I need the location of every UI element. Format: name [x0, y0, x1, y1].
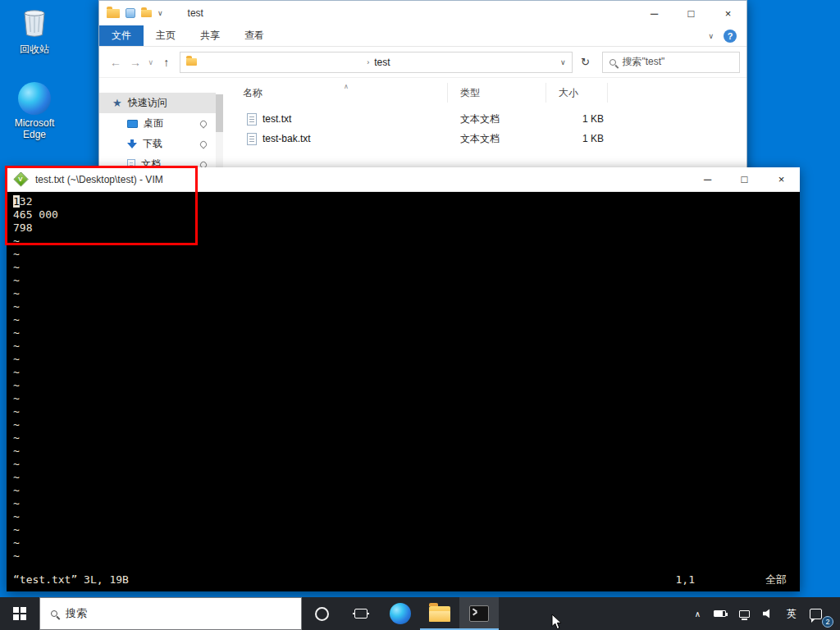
sort-ascending-icon: ∧	[344, 83, 349, 90]
windows-logo-icon	[13, 607, 26, 620]
network-status[interactable]	[733, 597, 756, 630]
taskbar-search-label: 搜索	[66, 606, 87, 621]
vim-tilde-line: ~	[13, 497, 800, 510]
explorer-window-controls: ─ □ ×	[636, 1, 746, 25]
task-view-button[interactable]	[341, 597, 381, 630]
column-header-size[interactable]: 大小	[546, 83, 608, 103]
vim-tilde-line: ~	[13, 510, 800, 523]
taskbar-terminal-button[interactable]	[459, 597, 499, 630]
battery-status[interactable]	[707, 597, 733, 630]
edge-icon	[18, 82, 51, 115]
system-tray: ∧ 英 2	[688, 597, 840, 630]
ribbon-tab-view[interactable]: 查看	[232, 25, 276, 46]
vim-terminal[interactable]: 132465 000798~~~~~~~~~~~~~~~~~~~~~~~~~ “…	[7, 192, 800, 591]
recycle-bin-label: 回收站	[7, 43, 62, 55]
vim-tilde-line: ~	[13, 445, 800, 458]
language-indicator[interactable]: 英	[780, 597, 803, 630]
file-explorer-icon	[429, 606, 450, 622]
vim-tilde-line: ~	[13, 550, 800, 563]
vim-tilde-line: ~	[13, 248, 800, 261]
file-row-test-bak-txt[interactable]: test-bak.txt 文本文档 1 KB	[231, 129, 708, 148]
nav-up-button[interactable]: ↑	[157, 56, 176, 69]
file-name: test-bak.txt	[262, 133, 311, 144]
refresh-button[interactable]: ↻	[575, 52, 596, 73]
sidebar-item-downloads[interactable]: 下载	[99, 134, 216, 154]
explorer-window-title: test	[188, 7, 203, 19]
start-button[interactable]	[0, 597, 39, 630]
vim-app-icon: V	[13, 171, 28, 186]
vim-block-cursor: 1	[13, 195, 20, 208]
scrollbar-thumb[interactable]	[216, 94, 223, 132]
file-size: 1 KB	[546, 113, 608, 125]
qat-new-folder-icon[interactable]	[141, 10, 152, 17]
text-file-icon	[247, 113, 257, 126]
help-icon[interactable]: ?	[724, 30, 737, 43]
edge-icon	[390, 603, 411, 624]
vim-buffer-line: 798	[13, 221, 800, 235]
terminal-icon	[469, 605, 489, 622]
window-folder-icon	[107, 9, 120, 18]
vim-file-info: “test.txt” 3L, 19B	[13, 573, 129, 587]
cortana-button[interactable]	[302, 597, 341, 630]
cortana-icon	[315, 607, 329, 621]
volume-status[interactable]	[756, 597, 780, 630]
action-center-button[interactable]: 2	[803, 597, 833, 630]
taskbar-explorer-button[interactable]	[420, 597, 459, 630]
vim-tilde-line: ~	[13, 366, 800, 379]
taskbar-search-input[interactable]: 搜索	[39, 597, 302, 630]
downloads-icon	[127, 139, 137, 149]
qat-customize-caret-icon[interactable]: ∨	[158, 9, 163, 17]
sidebar-item-desktop[interactable]: 桌面	[99, 113, 216, 134]
search-query-text: 搜索"test"	[622, 55, 664, 69]
desktop-icon-edge[interactable]: Microsoft Edge	[7, 82, 62, 140]
explorer-maximize-button[interactable]: □	[673, 1, 710, 25]
desktop-icon-recycle-bin[interactable]: 回收站	[7, 5, 62, 55]
text-file-icon	[247, 133, 257, 145]
quick-access-star-icon: ★	[112, 97, 122, 109]
pin-icon	[199, 139, 208, 148]
taskbar: 搜索 ∧ 英 2	[0, 597, 840, 630]
vim-tilde-line: ~	[13, 431, 800, 445]
vim-window: V test.txt (~\Desktop\test) - VIM ─ □ × …	[7, 167, 800, 591]
nav-history-caret-icon[interactable]: ∨	[145, 58, 157, 66]
vim-tilde-line: ~	[13, 379, 800, 392]
file-size: 1 KB	[546, 133, 608, 144]
vim-tilde-line: ~	[13, 405, 800, 418]
vim-tilde-line: ~	[13, 418, 800, 431]
vim-close-button[interactable]: ×	[763, 167, 800, 192]
sidebar-item-quick-access[interactable]: ★ 快速访问	[99, 93, 216, 113]
explorer-minimize-button[interactable]: ─	[636, 1, 673, 25]
recycle-bin-icon	[20, 5, 49, 38]
search-icon	[51, 610, 57, 617]
file-row-test-txt[interactable]: test.txt 文本文档 1 KB	[231, 109, 708, 129]
column-header-type[interactable]: 类型	[448, 83, 546, 103]
sidebar-item-label: 下载	[143, 137, 162, 151]
explorer-close-button[interactable]: ×	[710, 1, 746, 25]
ribbon-expand-caret-icon[interactable]: ∨	[708, 32, 714, 40]
vim-window-title: test.txt (~\Desktop\test) - VIM	[35, 174, 163, 185]
search-input[interactable]: 搜索"test"	[602, 52, 740, 73]
ribbon-tab-home[interactable]: 主页	[144, 25, 188, 46]
vim-maximize-button[interactable]: □	[726, 167, 763, 192]
search-icon	[609, 59, 616, 66]
vim-minimize-button[interactable]: ─	[689, 167, 726, 192]
file-list: 名称 ∧ 类型 大小 test.txt 文本文档 1 KB	[231, 83, 708, 148]
breadcrumb[interactable]: test	[374, 57, 390, 68]
address-dropdown-caret-icon[interactable]: ∨	[560, 58, 566, 66]
vim-titlebar: V test.txt (~\Desktop\test) - VIM ─ □ ×	[7, 167, 800, 192]
taskbar-edge-button[interactable]	[381, 597, 420, 630]
column-header-name[interactable]: 名称 ∧	[231, 83, 448, 103]
vim-tilde-line: ~	[13, 313, 800, 326]
ribbon-tab-share[interactable]: 共享	[188, 25, 232, 46]
vim-tilde-line: ~	[13, 484, 800, 497]
address-bar[interactable]: › test ∨	[180, 52, 573, 73]
tray-expand-button[interactable]: ∧	[688, 597, 707, 630]
battery-icon	[714, 610, 726, 617]
vim-tilde-line: ~	[13, 300, 800, 313]
qat-properties-icon[interactable]	[126, 8, 135, 18]
nav-back-button[interactable]: ←	[106, 56, 126, 69]
file-type: 文本文档	[448, 132, 546, 146]
ribbon-tab-file[interactable]: 文件	[99, 25, 144, 46]
vim-scroll-indicator: 全部	[765, 573, 787, 587]
nav-forward-button[interactable]: →	[126, 56, 145, 69]
